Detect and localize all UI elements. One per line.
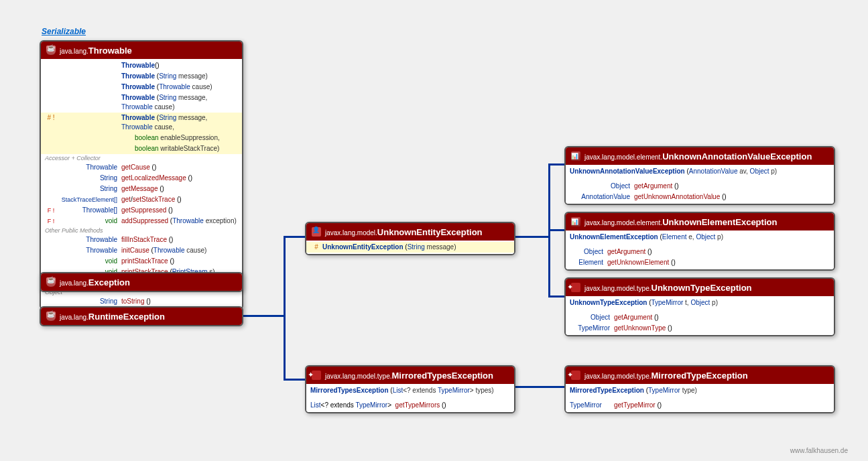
class-icon	[46, 312, 56, 321]
connector	[548, 229, 565, 231]
runtime-header: java.lang.RuntimeException	[41, 308, 242, 325]
class-name-label: MirroredTypesException	[392, 371, 493, 381]
uele-header: javax.lang.model.element.UnknownElementE…	[566, 213, 834, 230]
pkg-label: java.lang.	[60, 314, 88, 321]
unknown-type-exception-class: javax.lang.model.type.UnknownTypeExcepti…	[564, 277, 835, 336]
abstract-class-icon	[312, 227, 321, 237]
pkg-label: javax.lang.model.element.	[584, 153, 662, 161]
pkg-label: javax.lang.model.type.	[584, 285, 652, 292]
connector	[513, 236, 550, 238]
uave-header: javax.lang.model.element.UnknownAnnotati…	[566, 147, 834, 165]
serializable-label[interactable]: Serializable	[42, 27, 86, 36]
class-icon	[571, 371, 580, 380]
class-name-label: UnknownTypeException	[652, 283, 752, 293]
pkg-label: javax.lang.model.type.	[325, 373, 392, 380]
class-name-label: RuntimeException	[88, 312, 165, 322]
pkg-label: java.lang.	[60, 48, 88, 55]
unknown-annotation-value-exception-class: javax.lang.model.element.UnknownAnnotati…	[564, 146, 835, 205]
connector	[513, 386, 566, 388]
pkg-label: javax.lang.model.type.	[584, 373, 652, 380]
mirrored-type-exception-class: javax.lang.model.type.MirroredTypeExcept…	[564, 365, 835, 413]
connector	[240, 315, 286, 317]
mtes-members: MirroredTypesException (List<? extends T…	[306, 384, 514, 412]
class-name-label: UnknownAnnotationValueException	[662, 151, 812, 161]
section-label: Other Public Methods	[41, 226, 242, 235]
mte-header: javax.lang.model.type.MirroredTypeExcept…	[566, 367, 834, 384]
uave-members: UnknownAnnotationValueException (Annotat…	[566, 165, 834, 204]
throwable-class: java.lang.Throwable Throwable() Throwabl…	[40, 40, 243, 310]
pkg-label: java.lang.	[60, 279, 88, 287]
connector	[548, 295, 565, 298]
unknown-element-exception-class: javax.lang.model.element.UnknownElementE…	[564, 212, 835, 271]
ute-members: UnknownTypeException (TypeMirror t, Obje…	[566, 296, 834, 335]
exception-header: java.lang.Exception	[41, 273, 242, 291]
connector	[284, 379, 307, 381]
class-icon	[46, 277, 56, 287]
unknown-entity-exception-class: javax.lang.model.UnknownEntityException …	[305, 222, 515, 255]
class-name-label: Exception	[88, 277, 130, 287]
runtime-exception-class: java.lang.RuntimeException	[40, 306, 243, 326]
class-name-label: UnknownEntityException	[377, 227, 483, 237]
footer-link[interactable]: www.falkhausen.de	[790, 447, 848, 454]
class-name-label: Throwable	[88, 46, 132, 56]
uee-header: javax.lang.model.UnknownEntityException	[306, 223, 514, 241]
mte-members: MirroredTypeException (TypeMirror type) …	[566, 384, 834, 412]
class-icon	[46, 46, 56, 55]
class-icon	[571, 151, 580, 161]
mtes-header: javax.lang.model.type.MirroredTypesExcep…	[306, 367, 514, 384]
pkg-label: javax.lang.model.	[325, 229, 377, 237]
throwable-members: Throwable() Throwable (String message) T…	[41, 59, 242, 308]
mirrored-types-exception-class: javax.lang.model.type.MirroredTypesExcep…	[305, 365, 515, 413]
ute-header: javax.lang.model.type.UnknownTypeExcepti…	[566, 279, 834, 296]
exception-class: java.lang.Exception	[40, 272, 243, 292]
class-name-label: MirroredTypeException	[652, 371, 748, 381]
class-name-label: UnknownElementException	[662, 217, 777, 227]
connector	[284, 236, 307, 238]
class-icon	[312, 371, 321, 380]
connector	[284, 236, 286, 381]
pkg-label: javax.lang.model.element.	[584, 219, 662, 226]
section-label: Accessor + Collector	[41, 154, 242, 162]
throwable-header: java.lang.Throwable	[41, 42, 242, 59]
uele-members: UnknownElementException (Element e, Obje…	[566, 230, 834, 269]
connector	[548, 163, 565, 166]
class-icon	[571, 217, 580, 226]
uee-members: #UnknownEntityException (String message)	[306, 241, 514, 254]
class-icon	[571, 283, 580, 292]
